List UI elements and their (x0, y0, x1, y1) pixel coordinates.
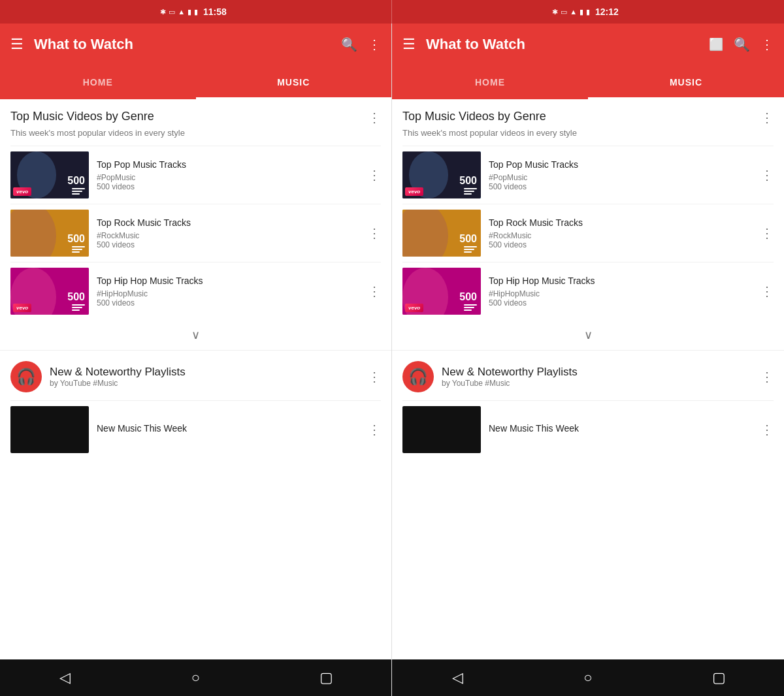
genre-more-left[interactable]: ⋮ (368, 110, 381, 125)
more-icon-left[interactable]: ⋮ (368, 37, 381, 52)
bluetooth-icon-left: ✱ (160, 8, 166, 16)
nav-home-right[interactable]: ○ (523, 659, 653, 696)
pop-more-left[interactable]: ⋮ (368, 167, 381, 183)
noteworthy-more-left[interactable]: ⋮ (368, 369, 381, 385)
newmusic-info-right: New Music This Week (481, 422, 755, 436)
pop-thumb-right: 500 vevo (402, 151, 481, 198)
recent-icon-left: ▢ (319, 669, 333, 686)
rock-info-right: Top Rock Music Tracks #RockMusic 500 vid… (481, 217, 755, 249)
content-left[interactable]: Top Music Videos by Genre ⋮ This week's … (0, 99, 391, 659)
app-title-left: What to Watch (34, 36, 341, 53)
rock-more-left[interactable]: ⋮ (368, 225, 381, 241)
search-icon-right[interactable]: 🔍 (734, 37, 750, 52)
nav-back-left[interactable]: ◁ (0, 659, 131, 696)
pop-thumb-left: 500 vevo (10, 151, 89, 198)
expand-button-right[interactable]: ∨ (402, 320, 774, 350)
rock-thumb-left: 500 (10, 210, 89, 257)
headphone-icon-right: 🎧 (408, 368, 428, 386)
rock-count-right: 500 videos (489, 240, 747, 249)
noteworthy-subtitle-left: by YouTube #Music (50, 379, 363, 388)
expand-button-left[interactable]: ∨ (10, 320, 381, 350)
noteworthy-more-right[interactable]: ⋮ (760, 369, 774, 385)
newmusic-name-left: New Music This Week (97, 422, 355, 434)
screen-right: ☰ What to Watch ⬜ 🔍 ⋮ HOME MUSIC Top Mus… (392, 24, 784, 696)
nav-recent-left[interactable]: ▢ (261, 659, 391, 696)
hiphop-tag-left: #HipHopMusic (97, 289, 355, 298)
tabs-right: HOME MUSIC (392, 65, 784, 99)
genre-title-right: Top Music Videos by Genre (402, 110, 755, 123)
thumb-count-pop-left: 500 (67, 176, 85, 186)
content-right[interactable]: Top Music Videos by Genre ⋮ This week's … (392, 99, 784, 659)
hiphop-thumb-left: 500 vevo (10, 268, 89, 315)
app-bar-icons-left: 🔍 ⋮ (341, 37, 381, 52)
pop-tag-right: #PopMusic (489, 173, 747, 182)
newmusic-more-left[interactable]: ⋮ (368, 422, 381, 437)
noteworthy-title-block-left: New & Noteworthy Playlists by YouTube #M… (50, 366, 363, 388)
nav-recent-right[interactable]: ▢ (653, 659, 784, 696)
noteworthy-title-block-right: New & Noteworthy Playlists by YouTube #M… (442, 366, 755, 388)
pop-info-right: Top Pop Music Tracks #PopMusic 500 video… (481, 159, 755, 191)
wifi-icon-left: ▲ (178, 8, 185, 16)
app-bar-left: ☰ What to Watch 🔍 ⋮ (0, 24, 391, 65)
app-bar-right: ☰ What to Watch ⬜ 🔍 ⋮ (392, 24, 784, 65)
list-item[interactable]: 500 vevo Top Hip Hop Music Tracks #HipHo… (402, 262, 774, 320)
genre-subtitle-right: This week's most popular videos in every… (402, 128, 774, 138)
pop-name-left: Top Pop Music Tracks (97, 159, 355, 170)
cast-icon-right[interactable]: ⬜ (709, 37, 723, 52)
hiphop-more-left[interactable]: ⋮ (368, 283, 381, 299)
list-item[interactable]: 500 vevo Top Pop Music Tracks #PopMusic (10, 146, 381, 204)
headphone-icon-left: 🎧 (16, 368, 36, 386)
genre-section-left: Top Music Videos by Genre ⋮ This week's … (0, 99, 391, 351)
left-status-icons: ✱ ▭ ▲ ▮ ▮ (160, 8, 198, 16)
thumb-lines-hiphop-left (72, 304, 85, 311)
list-item[interactable]: 500 Top Rock Music Tracks #RockMusic 500… (402, 204, 774, 262)
pop-info-left: Top Pop Music Tracks #PopMusic 500 video… (89, 159, 363, 191)
newmusic-more-right[interactable]: ⋮ (760, 422, 774, 437)
noteworthy-subtitle-right: by YouTube #Music (442, 379, 755, 388)
list-item[interactable]: 500 vevo Top Pop Music Tracks #PopMusic (402, 146, 774, 204)
app-title-right: What to Watch (426, 36, 709, 53)
thumb-lines-rock-left (72, 246, 85, 253)
rock-name-right: Top Rock Music Tracks (489, 217, 747, 229)
list-item[interactable]: New Music This Week ⋮ (10, 400, 381, 458)
search-icon-left[interactable]: 🔍 (341, 37, 357, 52)
genre-section-header-right: Top Music Videos by Genre ⋮ (402, 110, 774, 125)
menu-button-right[interactable]: ☰ (402, 36, 416, 53)
more-icon-right[interactable]: ⋮ (760, 37, 774, 52)
menu-button-left[interactable]: ☰ (10, 36, 24, 53)
rock-more-right[interactable]: ⋮ (760, 225, 774, 241)
list-item[interactable]: New Music This Week ⋮ (402, 400, 774, 458)
chevron-down-icon-right: ∨ (584, 328, 593, 342)
hiphop-thumb-right: 500 vevo (402, 268, 481, 315)
bottom-nav-left: ◁ ○ ▢ (0, 659, 391, 696)
noteworthy-section-right: 🎧 New & Noteworthy Playlists by YouTube … (392, 351, 784, 458)
noteworthy-title-left: New & Noteworthy Playlists (50, 366, 363, 379)
vibrate-icon-right: ▭ (561, 8, 567, 16)
hiphop-tag-right: #HipHopMusic (489, 289, 747, 298)
list-item[interactable]: 500 Top Rock Music Tracks #RockMusic 500… (10, 204, 381, 262)
tab-music-left[interactable]: MUSIC (196, 65, 392, 99)
newmusic-thumb-left (10, 406, 89, 453)
newmusic-thumb-right (402, 406, 481, 453)
rock-count-left: 500 videos (97, 240, 355, 249)
screens-container: ☰ What to Watch 🔍 ⋮ HOME MUSIC Top Music… (0, 24, 784, 696)
vevo-badge-pop-left: vevo (13, 187, 31, 196)
pop-more-right[interactable]: ⋮ (760, 167, 774, 183)
recent-icon-right: ▢ (712, 669, 726, 686)
hiphop-more-right[interactable]: ⋮ (760, 283, 774, 299)
genre-more-right[interactable]: ⋮ (760, 110, 774, 125)
nav-home-left[interactable]: ○ (131, 659, 261, 696)
tab-music-right[interactable]: MUSIC (588, 65, 784, 99)
tab-home-right[interactable]: HOME (392, 65, 588, 99)
status-bar-left: ✱ ▭ ▲ ▮ ▮ 11:58 (0, 0, 392, 24)
rock-thumb-right: 500 (402, 210, 481, 257)
hiphop-count-left: 500 videos (97, 298, 355, 308)
tab-home-left[interactable]: HOME (0, 65, 196, 99)
pop-name-right: Top Pop Music Tracks (489, 159, 747, 170)
noteworthy-header-left: 🎧 New & Noteworthy Playlists by YouTube … (10, 361, 381, 392)
list-item[interactable]: 500 vevo Top Hip Hop Music Tracks #HipHo… (10, 262, 381, 320)
genre-subtitle-left: This week's most popular videos in every… (10, 128, 381, 138)
time-left: 11:58 (203, 7, 227, 17)
nav-back-right[interactable]: ◁ (392, 659, 523, 696)
noteworthy-title-right: New & Noteworthy Playlists (442, 366, 755, 379)
